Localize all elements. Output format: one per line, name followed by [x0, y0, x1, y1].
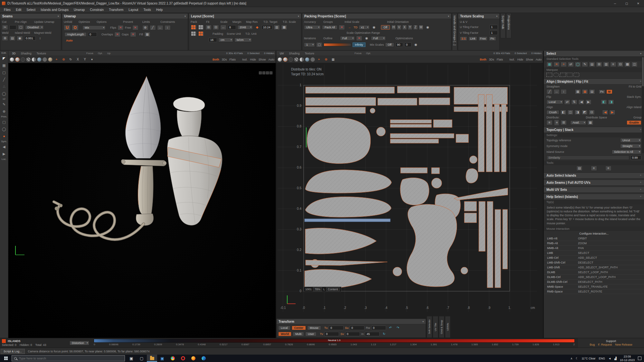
tab-script-hub[interactable]: Script Hub [500, 13, 506, 38]
tv-field[interactable]: 0 [324, 332, 339, 336]
filter-button[interactable]: Hide [517, 58, 523, 61]
texture-scaling-header[interactable]: Texture Scaling [458, 14, 499, 19]
pivot-mouse-button[interactable]: Mouse [307, 326, 321, 330]
distribute-space-select[interactable]: Avail. [570, 120, 586, 125]
brush-select-icon[interactable] [1, 90, 7, 97]
marquee-polygon-icon[interactable] [567, 73, 573, 77]
space-world-button[interactable]: World [278, 332, 291, 336]
menu-item[interactable]: Tools [141, 8, 153, 12]
filter-button[interactable]: Both [213, 58, 219, 61]
td-target-icon[interactable] [254, 25, 260, 30]
u-tiling-field[interactable]: 1 [489, 25, 498, 29]
scale-range-gradient[interactable] [324, 43, 351, 46]
tray-chevron-icon[interactable] [570, 357, 573, 360]
align-left-icon[interactable] [560, 110, 566, 115]
user-button[interactable]: User [305, 332, 317, 336]
magnet-weld-stepper[interactable] [37, 36, 43, 41]
shade-gray-icon[interactable] [43, 57, 47, 62]
straighten-edge-icon[interactable] [546, 89, 553, 94]
distortion-mode-select[interactable]: Distortion [70, 341, 89, 345]
selected-island[interactable] [305, 219, 390, 222]
align-middle-icon[interactable] [589, 110, 595, 115]
axis-toggle[interactable]: Y [408, 25, 412, 30]
align-top-icon[interactable] [582, 110, 588, 115]
minimize-button[interactable]: ─ [609, 0, 621, 7]
focus-all-icon[interactable] [323, 57, 329, 62]
map-res-select[interactable]: 2048 [237, 25, 253, 30]
redo-icon[interactable] [395, 325, 401, 330]
edge-icon[interactable] [198, 355, 209, 362]
help-section-header[interactable]: Help Select (Islands) [544, 194, 644, 200]
collapse-icon[interactable] [185, 15, 186, 18]
sphere-primitive-icon[interactable] [1, 133, 7, 139]
tab-uv[interactable]: UV [278, 52, 286, 55]
mix-scales-button[interactable]: Off [385, 42, 394, 47]
tab-shading[interactable]: Shading [19, 52, 34, 55]
weather-text[interactable]: 11°C Clear [582, 357, 595, 360]
select-edges-icon[interactable] [596, 62, 602, 67]
space-local-button[interactable]: Local [278, 326, 290, 330]
menu-item[interactable]: Help [154, 8, 166, 12]
search-input[interactable] [19, 357, 122, 360]
weld-icon[interactable] [2, 36, 8, 41]
symmetry-mode-select[interactable]: Straight [620, 144, 641, 148]
flip-horizontal-icon[interactable] [564, 99, 570, 105]
grid-fill-icon[interactable] [589, 89, 595, 94]
td-target-field[interactable]: 10.24 [261, 25, 272, 30]
filter-button[interactable]: Show [259, 58, 266, 61]
edge-mode-icon[interactable] [1, 76, 7, 83]
menu-item[interactable]: Unwrap [71, 8, 87, 12]
pin-constraint-icon[interactable] [142, 25, 148, 30]
cut-value-field[interactable] [9, 25, 16, 30]
tab-texture[interactable]: Texture [34, 52, 49, 55]
link-button[interactable]: Link [469, 36, 477, 41]
content-chip[interactable]: Content [326, 287, 340, 291]
menu-item[interactable]: Files [1, 8, 13, 12]
align-center-h-icon[interactable] [567, 110, 573, 115]
marquee-ellipse-icon[interactable] [553, 73, 559, 77]
rw-field[interactable]: 0 [371, 326, 386, 330]
uv-tile-box[interactable]: 1001 78% L Content [304, 287, 341, 292]
pack-tile-icon[interactable] [198, 31, 204, 36]
select-loop-icon[interactable] [610, 62, 616, 67]
scene-uv[interactable]: Distribute to tiles: ON Target TD: 10.24… [276, 63, 543, 338]
island-weld-icon[interactable] [9, 36, 15, 41]
side-tab[interactable]: UDIMs [445, 316, 450, 338]
su-field[interactable]: 0 [350, 326, 365, 330]
axis-toggle[interactable]: M [419, 25, 423, 30]
shade-half-icon[interactable] [32, 57, 36, 62]
fit-icon[interactable] [205, 25, 212, 30]
tab-shading[interactable]: Shading [287, 52, 302, 55]
configure-interaction-button[interactable]: Configure Interaction... [544, 231, 644, 236]
support-link[interactable]: Bug [590, 343, 595, 346]
add-select-icon[interactable] [561, 62, 567, 67]
tu-field[interactable]: 0 [329, 326, 344, 330]
support-link[interactable]: F. Request [598, 343, 612, 346]
marquee-lasso-icon[interactable] [560, 73, 566, 77]
flip-space-select[interactable]: Local [546, 100, 563, 104]
tile-grid-icon[interactable] [330, 57, 336, 62]
tab-3d[interactable]: 3D [10, 52, 18, 55]
cylinder-primitive-icon[interactable] [1, 126, 7, 132]
angle-length-field[interactable]: 0 [88, 32, 97, 37]
select-panel-header[interactable]: Select [544, 51, 644, 57]
app-window-icon[interactable] [137, 355, 147, 362]
align-section-header[interactable]: Align | Straighten | Flip | Fit [544, 79, 644, 85]
select-similar-icon[interactable] [631, 62, 638, 67]
update-unwrap-select[interactable]: Disabled [25, 25, 44, 30]
angle-step-field[interactable]: 90 [395, 42, 403, 47]
script-log-button[interactable]: Script & Log... [1, 349, 25, 354]
optimizations-visibility-icon[interactable] [413, 42, 419, 47]
align-island-right-icon[interactable] [609, 110, 615, 115]
pin-tool-icon[interactable] [1, 108, 7, 115]
tab-texture[interactable]: Texture [303, 52, 317, 55]
box-primitive-icon[interactable] [1, 119, 7, 125]
edge-constraint-icon[interactable] [150, 25, 156, 30]
enable-group-button[interactable]: Enable [627, 120, 641, 125]
sv-field[interactable]: 0 [345, 332, 360, 336]
filter-button[interactable]: Auto [268, 58, 274, 61]
flip-vertical-icon[interactable] [571, 99, 577, 105]
outline-icon[interactable] [316, 42, 322, 47]
paint-select-icon[interactable] [582, 62, 588, 67]
packing-panel-header[interactable]: Packing Properties [Scene] [302, 14, 451, 19]
